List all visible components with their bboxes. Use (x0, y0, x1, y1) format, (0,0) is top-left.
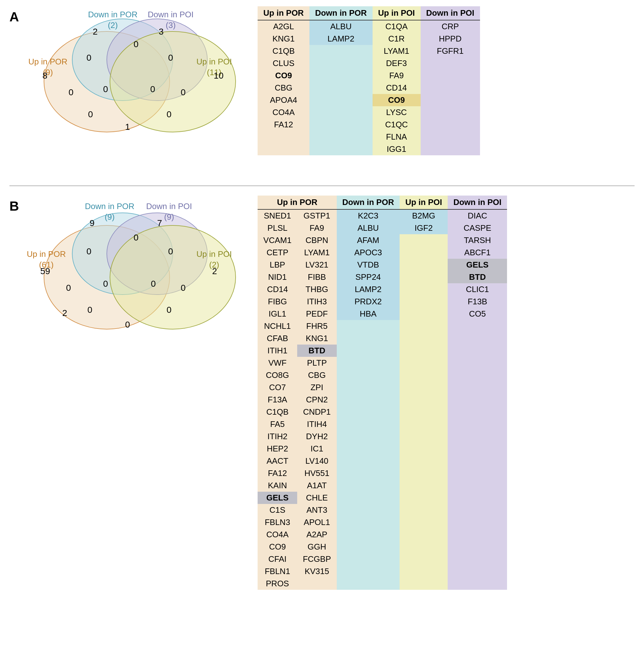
cell: VTDB (337, 259, 400, 271)
cell (448, 578, 507, 590)
cell: DIAC (448, 209, 507, 222)
cell: LYSC (373, 106, 421, 119)
label-poi-down-a: Down in POI(3) (148, 9, 193, 31)
header-down-poi-b: Down in POI (448, 196, 507, 209)
cell (448, 345, 507, 357)
table-row: CETP LYAM1 APOC3 ABCF1 (258, 246, 507, 259)
cell (448, 406, 507, 418)
cell: GGH (297, 541, 337, 553)
cell (337, 357, 400, 369)
table-row: CO7 ZPI (258, 381, 507, 393)
cell (337, 553, 400, 565)
table-row: CFAB KNG1 (258, 332, 507, 345)
header-down-por-b: Down in POR (337, 196, 400, 209)
cell (337, 393, 400, 406)
venn-num-b-0a: 0 (86, 246, 91, 257)
cell: CO7 (258, 381, 297, 393)
cell (448, 320, 507, 332)
table-a: Up in POR Down in POR Up in POI Down in … (245, 6, 635, 155)
cell: ITIH3 (297, 295, 337, 308)
cell (309, 131, 373, 143)
cell: CRP (421, 20, 480, 33)
cell: APOC3 (337, 246, 400, 259)
cell (258, 131, 309, 143)
cell (400, 516, 448, 528)
cell: CPN2 (297, 393, 337, 406)
cell (400, 480, 448, 492)
cell (448, 528, 507, 541)
cell: CETP (258, 246, 297, 259)
cell (337, 516, 400, 528)
cell: CFAI (258, 553, 297, 565)
venn-num-b-0f: 0 (87, 305, 92, 315)
cell (400, 553, 448, 565)
table-row: AACT LV140 (258, 455, 507, 467)
cell: BTD (448, 271, 507, 283)
venn-num-a-0c: 0 (168, 53, 173, 63)
table-row: FLNA (258, 131, 480, 143)
cell (400, 246, 448, 259)
table-row: CO4A LYSC (258, 106, 480, 119)
cell (448, 541, 507, 553)
table-row: CO4A A2AP (258, 528, 507, 541)
cell (337, 578, 400, 590)
cell: ITIH4 (297, 418, 337, 430)
cell (448, 455, 507, 467)
cell: IC1 (297, 443, 337, 455)
cell: CD14 (373, 82, 421, 94)
cell: FIBG (258, 295, 297, 308)
cell: IGF2 (400, 222, 448, 234)
svg-point-7 (110, 225, 236, 329)
venn-num-a-10: 10 (214, 71, 223, 81)
cell: IGG1 (373, 143, 421, 155)
cell: KNG1 (258, 33, 309, 45)
venn-num-b-0b: 0 (134, 233, 139, 243)
table-row: IGG1 (258, 143, 480, 155)
cell: GELS (448, 259, 507, 271)
cell (421, 82, 480, 94)
table-row: CO8G CBG (258, 369, 507, 381)
cell: FBLN1 (258, 565, 297, 578)
cell: CLUS (258, 57, 309, 69)
cell (400, 308, 448, 320)
cell (448, 480, 507, 492)
cell (448, 393, 507, 406)
table-row: KNG1 LAMP2 C1R HPPD (258, 33, 480, 45)
venn-num-b-0d: 0 (66, 283, 71, 293)
cell: FA5 (258, 418, 297, 430)
cell (400, 541, 448, 553)
cell (421, 106, 480, 119)
section-a: A Up in POR(9) Down in POR(2) Down in PO… (9, 6, 635, 163)
cell: KNG1 (297, 332, 337, 345)
cell: CO9 (373, 94, 421, 106)
cell: LYAM1 (297, 246, 337, 259)
cell (309, 45, 373, 57)
table-row: KAIN A1AT (258, 480, 507, 492)
section-a-label: A (9, 9, 19, 24)
cell: LYAM1 (373, 45, 421, 57)
cell (448, 492, 507, 504)
cell (400, 406, 448, 418)
cell (337, 565, 400, 578)
cell: TARSH (448, 234, 507, 246)
cell (297, 578, 337, 590)
cell (421, 143, 480, 155)
table-row: FBLN1 KV315 (258, 565, 507, 578)
cell (337, 418, 400, 430)
cell: CBG (258, 82, 309, 94)
cell (421, 57, 480, 69)
table-row: ITIH2 DYH2 (258, 430, 507, 443)
cell (337, 381, 400, 393)
cell (448, 443, 507, 455)
venn-num-b-0j: 0 (125, 320, 130, 330)
cell (421, 119, 480, 131)
cell: FA12 (258, 119, 309, 131)
venn-num-b-2b: 2 (62, 308, 67, 318)
venn-num-a-0a: 0 (86, 53, 91, 63)
cell (400, 565, 448, 578)
cell: CO8G (258, 369, 297, 381)
cell: HEP2 (258, 443, 297, 455)
cell: FA12 (258, 467, 297, 480)
cell (337, 320, 400, 332)
table-row: NCHL1 FHR5 (258, 320, 507, 332)
